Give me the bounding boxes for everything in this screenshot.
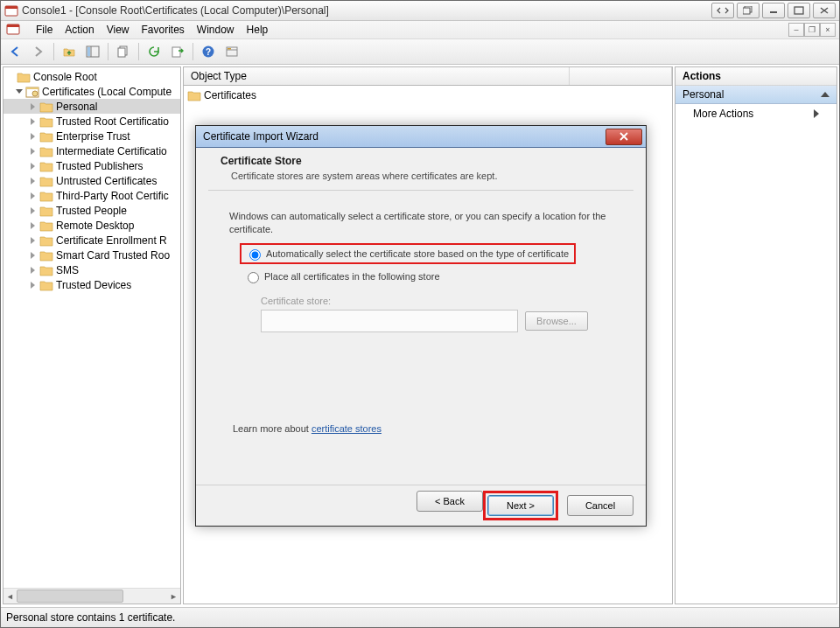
expander-icon[interactable] [28,131,38,141]
learn-link[interactable]: certificate stores [312,423,382,434]
back-button[interactable] [4,41,25,62]
menu-help[interactable]: Help [247,24,269,36]
expander-icon[interactable] [28,176,38,185]
tree-item[interactable]: Intermediate Certificatio [4,143,180,158]
forward-button[interactable] [28,41,49,62]
svg-rect-10 [88,47,90,56]
radio-place-input[interactable] [248,272,259,283]
learn-prefix: Learn more about [233,423,312,434]
radio-auto-select[interactable]: Automatically select the certificate sto… [245,247,569,261]
tree-label: Enterprise Trust [56,130,130,143]
tree-item[interactable]: Untrusted Certificates [4,173,180,188]
radio-place-all[interactable]: Place all certificates in the following … [243,269,612,283]
tree-item[interactable]: Trusted Devices [4,277,180,292]
tree-item[interactable]: Trusted Root Certificatio [4,114,180,129]
tree-label: Smart Card Trusted Roo [56,249,170,262]
wizard-titlebar[interactable]: Certificate Import Wizard [196,126,646,148]
expander-icon[interactable] [28,280,38,290]
tree-item[interactable]: Smart Card Trusted Roo [4,248,180,262]
expander-icon[interactable] [28,191,38,200]
mdi-close[interactable]: × [820,23,836,37]
expander-icon[interactable] [28,161,38,171]
actions-title: Actions [682,70,721,82]
scroll-right-icon[interactable]: ► [167,590,180,603]
svg-rect-1 [5,6,18,9]
tree-item[interactable]: Enterprise Trust [4,129,180,143]
radio-place-label: Place all certificates in the following … [264,271,440,282]
list-item[interactable]: Certificates [187,87,668,102]
expander-icon[interactable] [28,265,38,275]
tree-item[interactable]: Personal [4,99,180,114]
restore-window-icon[interactable] [737,3,760,18]
minimize-button[interactable] [762,3,785,18]
mdi-doc-icon [6,22,20,38]
tree-label: SMS [56,264,79,276]
wizard-close-button[interactable] [606,129,642,145]
column-object-type[interactable]: Object Type [184,67,570,85]
next-button[interactable]: Next > [487,495,554,516]
wizard-description: Windows can automatically select a certi… [229,210,612,236]
certificate-store-input [261,310,518,332]
expander-icon[interactable] [5,72,15,81]
copy-button[interactable] [113,41,134,62]
tree-certificates[interactable]: Certificates (Local Compute [4,84,180,99]
options-button[interactable] [221,41,242,62]
expander-icon[interactable] [28,220,38,230]
tree-item[interactable]: Certificate Enrollment R [4,233,180,248]
tree-label: Console Root [33,71,97,83]
close-button[interactable] [813,3,836,18]
menu-favorites[interactable]: Favorites [142,24,185,36]
tree-label: Trusted People [56,205,127,217]
show-hide-tree-button[interactable] [82,41,103,62]
expander-icon[interactable] [28,235,38,245]
expander-icon[interactable] [28,250,38,260]
radio-auto-input[interactable] [249,249,261,261]
actions-more[interactable]: More Actions [676,104,836,123]
cancel-button[interactable]: Cancel [567,495,634,516]
refresh-button[interactable] [144,41,164,62]
radio-auto-label: Automatically select the certificate sto… [266,248,569,259]
help-button[interactable]: ? [198,41,219,62]
column-spacer[interactable] [570,67,672,85]
expander-icon[interactable] [28,116,38,126]
maximize-button[interactable] [788,3,810,18]
tree-item[interactable]: Third-Party Root Certific [4,188,180,203]
svg-point-21 [32,91,38,96]
horizontal-scrollbar[interactable]: ◄ ► [4,588,180,604]
menu-window[interactable]: Window [197,24,234,36]
svg-rect-13 [172,47,180,57]
scroll-left-icon[interactable]: ◄ [4,590,17,603]
certificate-import-wizard: Certificate Import Wizard Certificate St… [195,125,647,527]
tree-label: Untrusted Certificates [56,175,157,187]
tree-item[interactable]: Remote Desktop [4,218,180,233]
tree-label: Certificate Enrollment R [56,234,167,247]
expander-icon[interactable] [28,206,38,215]
tree-label: Trusted Devices [56,279,131,291]
menu-view[interactable]: View [107,24,130,36]
up-button[interactable] [59,41,80,62]
tree-item[interactable]: Trusted Publishers [4,158,180,173]
tree-item[interactable]: SMS [4,262,180,277]
expander-icon[interactable] [28,101,38,111]
app-icon [4,3,18,17]
window-title: Console1 - [Console Root\Certificates (L… [22,4,711,17]
actions-section[interactable]: Personal [676,86,836,104]
scroll-thumb[interactable] [17,590,123,603]
expander-icon[interactable] [28,146,38,156]
store-label: Certificate store: [261,296,612,306]
export-button[interactable] [167,41,188,62]
mdi-minimize[interactable]: – [788,23,804,37]
menu-file[interactable]: File [36,24,52,36]
window-titlebar: Console1 - [Console Root\Certificates (L… [1,1,839,21]
browse-button: Browse... [525,311,588,331]
actions-pane: Actions Personal More Actions [675,66,837,604]
scroll-indicator-icon[interactable] [711,3,734,18]
menu-action[interactable]: Action [65,24,94,36]
tree-item[interactable]: Trusted People [4,203,180,218]
expander-open-icon[interactable] [14,87,24,96]
tree-root[interactable]: Console Root [4,69,180,84]
list-header: Object Type [183,66,673,86]
svg-rect-7 [7,24,19,27]
back-button[interactable]: < Back [416,491,483,512]
mdi-restore[interactable]: ❐ [804,23,820,37]
